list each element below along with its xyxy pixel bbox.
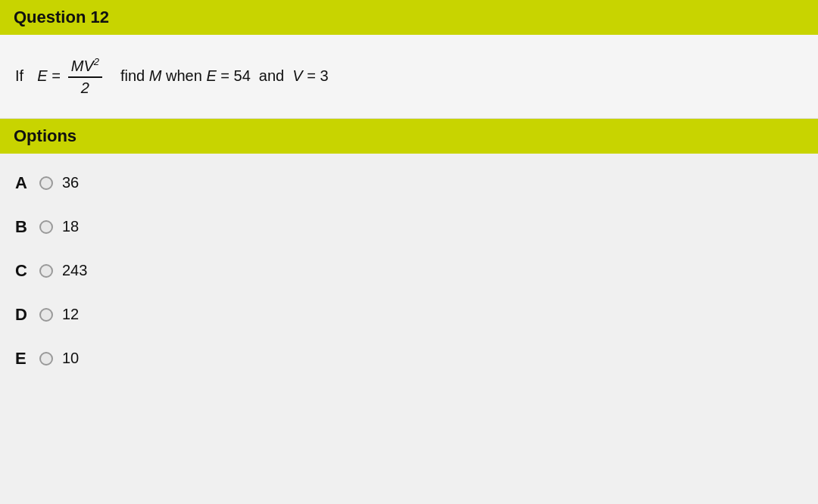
formula-lhs: E =: [37, 67, 61, 85]
options-container: A 36 B 18 C 243 D 12 E 10: [0, 154, 818, 396]
formula-denominator: 2: [78, 78, 92, 97]
option-value-c: 243: [62, 262, 87, 279]
option-row-e: E 10: [0, 337, 818, 381]
question-body: If E = MV2 2 find M when E = 54 and V = …: [0, 35, 818, 119]
option-radio-d[interactable]: [39, 308, 53, 322]
question-header: Question 12: [0, 0, 818, 35]
option-radio-b[interactable]: [39, 220, 53, 234]
option-row-d: D 12: [0, 293, 818, 337]
options-header: Options: [0, 119, 818, 154]
option-letter-d: D: [15, 305, 36, 325]
option-value-b: 18: [62, 218, 79, 235]
option-row-a: A 36: [0, 161, 818, 205]
fraction: MV2 2: [68, 56, 102, 97]
option-letter-c: C: [15, 261, 36, 281]
option-letter-a: A: [15, 173, 36, 193]
option-radio-a[interactable]: [39, 176, 53, 190]
option-letter-e: E: [15, 349, 36, 369]
option-value-d: 12: [62, 306, 79, 323]
option-radio-e[interactable]: [39, 352, 53, 366]
formula-numerator: MV2: [68, 56, 102, 78]
option-value-e: 10: [62, 350, 79, 367]
if-label: If: [15, 67, 23, 85]
option-row-c: C 243: [0, 249, 818, 293]
option-row-b: B 18: [0, 205, 818, 249]
option-value-a: 36: [62, 174, 79, 191]
option-radio-c[interactable]: [39, 264, 53, 278]
question-text: If E = MV2 2 find M when E = 54 and V = …: [15, 56, 329, 97]
formula-container: E = MV2 2: [37, 56, 105, 97]
formula-suffix: find M when E = 54 and V = 3: [120, 67, 329, 85]
option-letter-b: B: [15, 217, 36, 237]
